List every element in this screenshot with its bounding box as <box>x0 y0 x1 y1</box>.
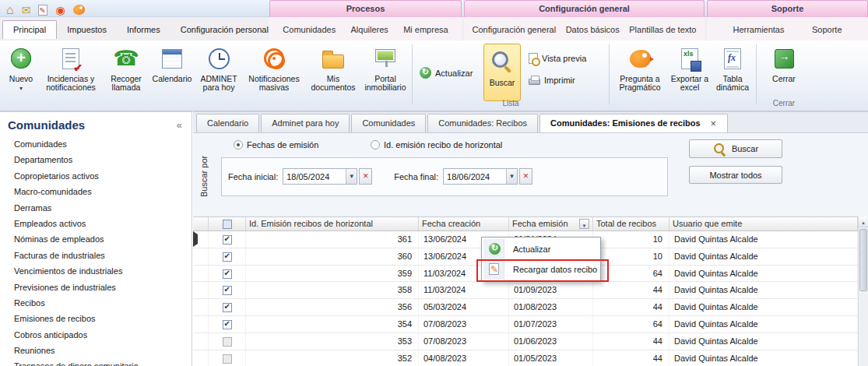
column-header-id[interactable]: Id. Emisión recibos de horizontal <box>246 217 419 231</box>
sidebar-item-nominas-de-empleados[interactable]: Nóminas de empleados <box>14 231 192 247</box>
doc-tab-comunidades-recibos[interactable]: Comunidades: Recibos <box>427 114 538 132</box>
column-header-total[interactable]: Total de recibos <box>593 217 669 231</box>
mail-icon[interactable] <box>22 4 31 16</box>
tab-mi-empresa[interactable]: Mi empresa <box>402 20 449 39</box>
sidebar-item-departamentos[interactable]: Departamentos <box>14 152 192 167</box>
calendario-button[interactable]: Calendario <box>149 42 195 111</box>
tab-principal[interactable]: Principal <box>2 20 57 39</box>
row-checkbox[interactable] <box>209 299 246 315</box>
checkbox-icon <box>223 252 232 262</box>
table-row[interactable]: 352 04/08/2023 01/05/2023 44 David Quint… <box>193 350 858 366</box>
sidebar-item-macro-comunidades[interactable]: Macro-comunidades <box>14 184 192 199</box>
clear-fecha-inicial-icon[interactable] <box>359 168 372 185</box>
doc-tab-comunidades[interactable]: Comunidades <box>351 114 426 132</box>
mostrar-todos-button[interactable]: Mostrar todos <box>689 166 782 184</box>
sidebar-item-emisiones-de-recibos[interactable]: Emisiones de recibos <box>14 311 192 326</box>
table-row[interactable]: 354 07/08/2023 01/07/2023 64 David Quint… <box>193 316 858 333</box>
doc-tab-adminet-para-hoy[interactable]: Adminet para hoy <box>261 114 350 132</box>
row-checkbox[interactable] <box>209 333 246 350</box>
nuevo-button[interactable]: Nuevo <box>3 42 39 111</box>
tab-alquileres[interactable]: Alquileres <box>350 20 390 39</box>
row-checkbox[interactable] <box>209 248 246 265</box>
home-icon[interactable] <box>6 3 14 17</box>
notes-icon[interactable] <box>38 5 47 16</box>
row-checkbox[interactable] <box>209 350 246 366</box>
context-menu-item-actualizar[interactable]: Actualizar <box>483 239 599 259</box>
tab-datos-basicos[interactable]: Datos básicos <box>564 20 621 39</box>
sidebar-item-comunidades[interactable]: Comunidades <box>14 136 192 152</box>
record-icon[interactable] <box>55 4 65 16</box>
sidebar-item-empleados-activos[interactable]: Empleados activos <box>14 216 192 231</box>
close-tab-icon[interactable]: × <box>710 118 718 128</box>
cerrar-button[interactable]: Cerrar <box>765 42 803 86</box>
vertical-scrollbar[interactable] <box>858 216 868 366</box>
clear-fecha-final-icon[interactable] <box>519 168 532 185</box>
tab-comunidades[interactable]: Comunidades <box>281 20 337 39</box>
table-row[interactable]: 353 07/08/2023 01/06/2023 44 David Quint… <box>193 333 858 350</box>
sidebar-item-previsiones-de-industriales[interactable]: Previsiones de industriales <box>14 280 192 295</box>
context-menu-item-recargar-datos-recibo[interactable]: Recargar datos recibo <box>483 259 599 280</box>
portal-inmobiliario-button[interactable]: Portal inmobiliario <box>361 42 409 111</box>
tabla-dinamica-button[interactable]: Tabla dinámica <box>712 42 754 111</box>
exportar-excel-button[interactable]: Exportar a excel <box>668 42 712 111</box>
pragmatico-icon[interactable] <box>73 5 85 15</box>
notificaciones-masivas-button[interactable]: Notificaciones masivas <box>243 42 305 111</box>
tab-configuracion-personal[interactable]: Configuración personal <box>170 20 279 39</box>
table-row[interactable]: 356 05/03/2024 01/08/2023 44 David Quint… <box>193 299 858 316</box>
recoger-llamada-button[interactable]: Recoger llamada <box>103 42 149 111</box>
tab-informes[interactable]: Informes <box>117 20 170 39</box>
radio-id-label: Id. emisión recibo de horizontal <box>384 140 502 150</box>
cell-fecha-emision: 01/05/2023 <box>509 350 593 366</box>
select-all-checkbox[interactable] <box>209 217 246 231</box>
sidebar-item-copropietarios-activos[interactable]: Copropietarios activos <box>14 168 192 184</box>
row-indicator <box>193 316 209 333</box>
imprimir-button[interactable]: Imprimir <box>525 73 578 86</box>
calendar-dropdown-icon[interactable] <box>346 169 357 184</box>
scroll-up-icon[interactable] <box>859 216 868 227</box>
radio-id-emision[interactable]: Id. emisión recibo de horizontal <box>371 140 502 150</box>
calendar-dropdown-icon[interactable] <box>506 169 517 184</box>
doc-tab-comunidades-emisiones-de-recibos[interactable]: Comunidades: Emisiones de recibos × <box>539 114 728 132</box>
collapse-sidebar-icon[interactable]: « <box>177 119 182 131</box>
column-header-fecha-emision[interactable]: Fecha emisión <box>509 217 593 231</box>
sidebar-item-vencimientos-de-industriales[interactable]: Vencimientos de industriales <box>14 263 192 279</box>
vista-previa-button[interactable]: Vista previa <box>525 51 589 65</box>
row-checkbox[interactable] <box>209 282 246 298</box>
fecha-final-field[interactable]: 18/06/2024 <box>443 168 518 185</box>
cell-usuario: David Quintas Alcalde <box>669 248 858 265</box>
incidencias-label: Incidencias y notificaciones <box>40 75 102 92</box>
row-checkbox[interactable] <box>209 231 246 248</box>
buscar-button[interactable]: Buscar <box>689 139 782 158</box>
filter-dropdown-icon[interactable] <box>579 219 589 229</box>
sidebar-item-traspasos-de-dinero-comunitario[interactable]: Traspasos de dinero comunitario <box>14 358 192 366</box>
row-checkbox[interactable] <box>209 266 246 282</box>
tab-configuracion-general[interactable]: Configuración general <box>471 20 558 39</box>
sidebar-item-facturas-de-industriales[interactable]: Facturas de industriales <box>14 248 192 263</box>
column-header-usuario[interactable]: Usuario que emite <box>669 217 858 231</box>
sidebar-item-derramas[interactable]: Derramas <box>14 200 192 216</box>
buscar-ribbon-button[interactable]: Buscar <box>483 44 521 101</box>
tab-plantillas-de-texto[interactable]: Plantillas de texto <box>627 20 698 39</box>
cell-fecha-emision: 01/08/2023 <box>509 299 593 315</box>
actualizar-button[interactable]: Actualizar <box>416 65 476 80</box>
row-checkbox[interactable] <box>209 316 246 333</box>
tab-impuestos[interactable]: Impuestos <box>57 20 117 39</box>
fecha-inicial-field[interactable]: 18/05/2024 <box>283 168 357 185</box>
cell-id: 359 <box>246 266 419 282</box>
scrollbar-thumb[interactable] <box>859 229 867 291</box>
column-header-fecha-creacion[interactable]: Fecha creación <box>419 217 509 231</box>
table-row[interactable]: 358 11/03/2024 01/09/2023 44 David Quint… <box>193 282 858 299</box>
sidebar-item-reuniones[interactable]: Reuniones <box>14 343 192 358</box>
cell-fecha-creacion: 04/08/2023 <box>419 350 509 366</box>
sidebar-item-cobros-anticipados[interactable]: Cobros anticipados <box>14 327 192 343</box>
adminet-para-hoy-button[interactable]: ADMINET para hoy <box>195 42 243 111</box>
sidebar-item-recibos[interactable]: Recibos <box>14 295 192 311</box>
sidebar: Comunidades « Comunidades Departamentos … <box>0 111 192 366</box>
tab-herramientas[interactable]: Herramientas <box>731 20 785 39</box>
mis-documentos-button[interactable]: Mis documentos <box>305 42 361 111</box>
incidencias-button[interactable]: Incidencias y notificaciones <box>39 42 103 111</box>
doc-tab-calendario[interactable]: Calendario <box>196 114 259 132</box>
radio-fechas-de-emision[interactable]: Fechas de emisión <box>234 140 318 150</box>
tab-soporte[interactable]: Soporte <box>810 20 844 39</box>
pregunta-pragmatico-button[interactable]: Pregunta a Pragmático <box>612 42 668 111</box>
